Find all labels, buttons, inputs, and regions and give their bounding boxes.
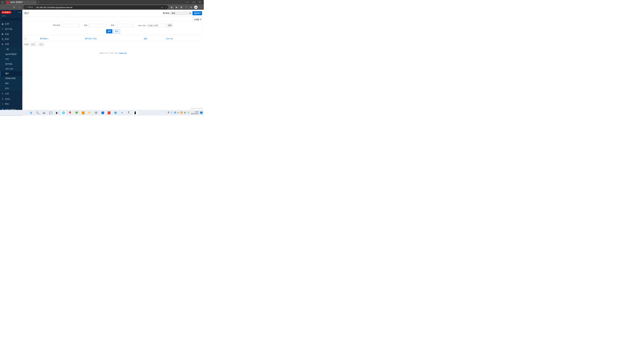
sidebar-sub-认证[interactable]: 认证	[0, 57, 22, 62]
delete-button[interactable]: 删除	[38, 42, 45, 46]
sidebar-bottom-1[interactable]: ZShare	[0, 96, 22, 101]
filter-roles-input[interactable]	[147, 24, 165, 27]
sidebar-sub-用户群组[interactable]: 用户群组	[0, 62, 22, 67]
sidebar-sub-脚本[interactable]: 脚本	[0, 81, 22, 86]
sidebar-search-input[interactable]	[3, 18, 24, 20]
filter-name-input[interactable]	[88, 24, 107, 27]
tray-volume-icon[interactable]: 🔊	[184, 111, 186, 114]
sidebar-icon: ⚙	[2, 43, 4, 46]
task-vm[interactable]: 💠	[113, 110, 118, 115]
window-close-button[interactable]: ✕	[197, 0, 203, 5]
ext-icon-gear[interactable]: ✿	[179, 5, 183, 9]
tab-list-button[interactable]	[1, 0, 5, 5]
tray-battery-icon[interactable]: 🔋	[187, 111, 189, 114]
task-chat[interactable]: 💬	[48, 110, 53, 115]
task-music[interactable]: 🟥	[106, 110, 112, 115]
sidebar-icon: ◉	[2, 23, 4, 25]
ext-icon-play[interactable]: ▶	[175, 5, 179, 9]
sidebar-sub-label: agent代理程序	[5, 53, 16, 56]
task-view[interactable]: 🗂	[41, 110, 47, 115]
sidebar-search[interactable]: ⌕	[2, 18, 21, 20]
task-steam[interactable]: ◐	[54, 110, 60, 115]
sidebar-item-1[interactable]: ≡资产记录˅	[0, 26, 22, 31]
address-bar[interactable]: ⚠ 不安全 | 192.168.100.147/zabbix.php?actio…	[23, 5, 168, 9]
task-term[interactable]: ▪	[119, 110, 125, 115]
footer-link[interactable]: Zabbix SIA	[119, 52, 127, 54]
task-search[interactable]: 🔍	[35, 110, 40, 115]
tray-app-icon[interactable]: 🌀	[174, 111, 176, 114]
nav-home-button[interactable]: ⌂	[17, 5, 22, 10]
task-edge[interactable]: 🌐	[61, 110, 66, 115]
sidebar-sub-User roles[interactable]: User roles	[0, 67, 22, 71]
filter-surname-input[interactable]	[115, 24, 134, 27]
task-wechat[interactable]: 💚	[74, 110, 79, 115]
task-ie[interactable]: ⓔ	[93, 110, 99, 115]
sidebar-sub-agent代理程序[interactable]: agent代理程序	[0, 52, 22, 57]
sidebar-collapse-icon[interactable]: «	[18, 11, 19, 13]
sidebar-bottom-0[interactable]: ⎋支持	[0, 91, 22, 96]
nav-forward-button[interactable]: →	[7, 5, 11, 10]
col-header-3[interactable]: User role	[165, 36, 202, 41]
chevron-icon: ˄	[20, 43, 21, 45]
nav-back-button[interactable]: ←	[1, 5, 6, 10]
sidebar-item-0[interactable]: ◉监测˅	[0, 21, 22, 26]
sidebar-sub-label: 队列	[5, 87, 9, 90]
filter-name-label: 名称	[84, 24, 87, 27]
chevron-icon: ˅	[20, 28, 21, 30]
sidebar-icon: 🔧	[2, 38, 4, 40]
browser-tab[interactable]: Z zabbix: 配置用户 ×	[5, 0, 36, 5]
sidebar-sub-一般[interactable]: 一般›	[0, 47, 22, 52]
task-mobile[interactable]: 📱	[132, 110, 138, 115]
search-addr-icon[interactable]: ⊕	[161, 6, 163, 8]
sidebar-sub-队列[interactable]: 队列›	[0, 86, 22, 91]
task-app1[interactable]: 🎈	[67, 110, 73, 115]
sidebar-item-4[interactable]: ⚙管理˄	[0, 42, 22, 47]
task-chrome[interactable]: 🔵	[100, 110, 105, 115]
filter-alias-input[interactable]	[61, 24, 79, 27]
window-maximize-button[interactable]: ▢	[190, 0, 197, 5]
taskbar-clock[interactable]: 18:20 2021/10/10	[191, 111, 199, 115]
page-footer: Zabbix 5.4.4. © 2001–2021, Zabbix SIA	[22, 48, 204, 55]
notification-badge[interactable]: 2	[200, 111, 203, 114]
taskbar: ⊞ 🔍 🗂 💬 ◐ 🌐 🎈 💚 🟧 📁 ⓔ 🔵 🟥 💠 ▪ T 📱 ˄ 🐧 🔧 …	[0, 110, 204, 116]
task-app2[interactable]: 🟧	[80, 110, 86, 115]
ext-icon-1[interactable]: ◐	[170, 5, 174, 9]
favorite-icon[interactable]: ☆	[165, 6, 167, 8]
sidebar-item-3[interactable]: 🔧配置˅	[0, 37, 22, 42]
col-header-2[interactable]: 姓氏	[143, 36, 165, 41]
sidebar-popout-icon[interactable]: ⇱	[20, 11, 21, 13]
tray-ime-icon[interactable]: 中	[177, 111, 179, 114]
usergroup-select[interactable]: 所有	[170, 12, 191, 15]
app-logo[interactable]: ZABBIX	[2, 11, 11, 14]
tray-qq-icon[interactable]: 🐧	[167, 111, 170, 114]
filter-reset-button[interactable]: 重设	[113, 29, 120, 33]
sidebar-bottom-label: Share	[5, 98, 10, 100]
new-tab-button[interactable]: +	[36, 0, 41, 5]
menu-icon[interactable]: ⋯	[199, 5, 203, 9]
sidebar-sub-报警媒介类型[interactable]: 报警媒介类型	[0, 76, 22, 81]
start-button[interactable]: ⊞	[28, 110, 33, 115]
tab-close-icon[interactable]: ×	[34, 1, 35, 4]
create-user-button[interactable]: 创建用户	[192, 11, 202, 15]
col-header-1[interactable]: 用户名第一部分	[84, 36, 143, 41]
filter-roles-select-button[interactable]: 选择	[167, 23, 173, 27]
window-minimize-button[interactable]: —	[184, 0, 190, 5]
favorites-icon[interactable]: ✧	[184, 5, 188, 9]
sidebar-item-2[interactable]: ▥报表˅	[0, 31, 22, 36]
tray-tool-icon[interactable]: 🔧	[171, 111, 173, 114]
col-header-0[interactable]: 用户名称 ▲	[39, 36, 84, 41]
task-text[interactable]: T	[126, 110, 131, 115]
sidebar-item-label: 监测	[5, 23, 9, 25]
filter-toggle[interactable]: 过滤器 ∀	[193, 18, 202, 21]
profile-avatar[interactable]: 🐼	[194, 5, 198, 9]
sidebar-bottom-2[interactable]: ?帮助	[0, 101, 22, 107]
filter-apply-button[interactable]: 应用	[106, 29, 112, 33]
nav-refresh-button[interactable]: ⟳	[12, 5, 16, 10]
tray-chevron-icon[interactable]: ˄	[165, 112, 166, 114]
unblock-button[interactable]: 解锁	[30, 42, 36, 46]
select-all-checkbox[interactable]	[25, 37, 26, 39]
sidebar-sub-用户[interactable]: 用户	[0, 71, 22, 76]
collections-icon[interactable]: ⧉	[189, 5, 193, 9]
tray-wifi-icon[interactable]: 📶	[180, 111, 183, 114]
task-explorer[interactable]: 📁	[87, 110, 92, 115]
